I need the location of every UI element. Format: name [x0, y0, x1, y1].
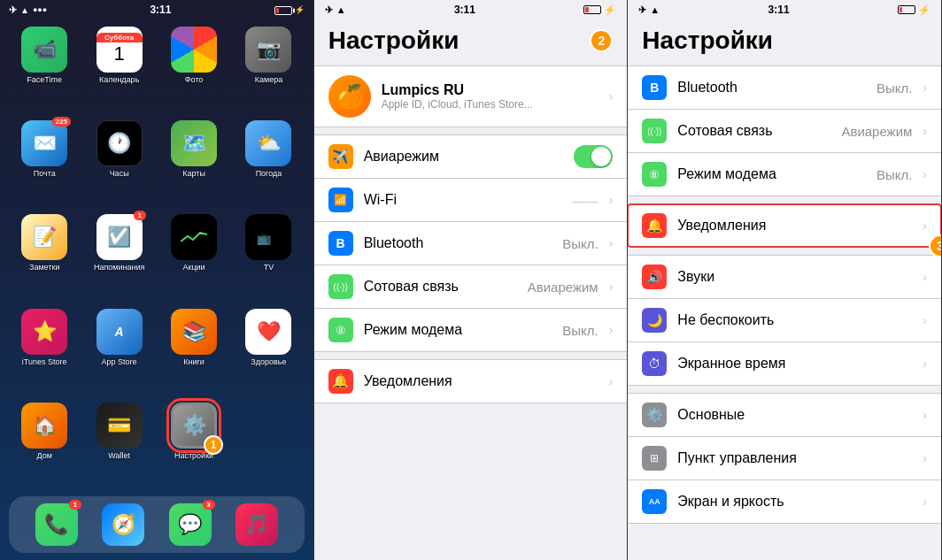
row-screentime-3[interactable]: ⏱ Экранное время ›	[628, 342, 941, 385]
label-wifi: Wi-Fi	[364, 192, 561, 208]
app-label-health: Здоровье	[251, 357, 286, 366]
row-general-3[interactable]: ⚙️ Основные ›	[628, 394, 941, 437]
app-notes[interactable]: 📝 Заметки	[11, 214, 78, 301]
panel-1-homescreen: ✈ ▲ ●●● 3:11 ⚡ 📹 FaceTime Суббота 1 Кале…	[0, 0, 314, 560]
app-books[interactable]: 📚 Книги	[160, 309, 228, 395]
icon-display-3: AA	[642, 489, 667, 514]
label-screentime-3: Экранное время	[677, 356, 912, 372]
app-camera[interactable]: 📷 Камера	[235, 27, 302, 113]
icon-modem-3: ⑧	[642, 162, 667, 187]
app-facetime[interactable]: 📹 FaceTime	[11, 27, 78, 113]
app-clock[interactable]: 🕐 Часы	[85, 120, 152, 207]
app-label-home: Дом	[37, 451, 52, 460]
row-airplane[interactable]: ✈️ Авиарежим	[314, 135, 628, 179]
chevron-controlcenter-3: ›	[923, 451, 927, 465]
profile-info: Lumpics RU Apple ID, iCloud, iTunes Stor…	[382, 82, 598, 111]
app-health[interactable]: ❤️ Здоровье	[235, 309, 302, 395]
label-modem-2: Режим модема	[364, 322, 552, 338]
row-cellular-3[interactable]: ((·)) Сотовая связь Авиарежим ›	[628, 110, 941, 153]
app-mail[interactable]: ✉️ 225 Почта	[11, 120, 78, 207]
row-notifications-2[interactable]: 🔔 Уведомления ›	[314, 360, 628, 403]
value-bluetooth-3: Выкл.	[876, 81, 912, 96]
chevron-modem-2: ›	[609, 323, 614, 337]
status-right-1: ⚡	[274, 4, 305, 15]
chevron-donotdisturb-3: ›	[923, 313, 927, 327]
app-icon-stocks	[171, 214, 217, 260]
dock-safari[interactable]: 🧭	[102, 503, 144, 546]
app-weather[interactable]: ⛅ Погода	[235, 120, 302, 207]
row-controlcenter-3[interactable]: ⊞ Пункт управления ›	[628, 437, 941, 480]
app-icon-settings: ⚙️ 1	[171, 403, 217, 449]
app-label-clock: Часы	[110, 169, 129, 178]
app-calendar[interactable]: Суббота 1 Календарь	[85, 27, 152, 113]
app-photos[interactable]: Фото	[160, 27, 228, 113]
dock-icon-phone: 📞 1	[35, 503, 78, 546]
app-wallet[interactable]: 💳 Wallet	[85, 403, 152, 489]
icon-notifications-2: 🔔	[328, 369, 353, 394]
badge-mail: 225	[52, 117, 71, 127]
app-label-stocks: Акции	[182, 263, 205, 272]
app-home[interactable]: 🏠 Дом	[11, 403, 78, 489]
app-icon-weather: ⛅	[245, 120, 291, 166]
app-reminders[interactable]: ☑️ 1 Напоминания	[85, 214, 152, 301]
dock-icon-music: 🎵	[236, 503, 278, 546]
chevron-modem-3: ›	[923, 167, 927, 181]
app-icon-tv: 📺	[245, 214, 291, 260]
value-bluetooth-2: Выкл.	[562, 236, 598, 251]
row-wifi[interactable]: 📶 Wi-Fi —— ›	[314, 179, 628, 222]
value-cellular-2: Авиарежим	[528, 280, 598, 295]
settings-group-3-misc: 🔊 Звуки › 🌙 Не беспокоить › ⏱ Экранное в…	[628, 255, 941, 386]
label-display-3: Экран и яркость	[677, 494, 912, 510]
row-modem-2[interactable]: ⑧ Режим модема Выкл. ›	[314, 309, 628, 351]
app-label-wallet: Wallet	[108, 451, 130, 460]
label-modem-3: Режим модема	[677, 166, 866, 182]
dock-phone[interactable]: 📞 1	[35, 503, 78, 546]
row-bluetooth-2[interactable]: B Bluetooth Выкл. ›	[314, 222, 628, 265]
battery-2	[583, 5, 601, 14]
dock-music[interactable]: 🎵	[236, 503, 278, 546]
row-donotdisturb-3[interactable]: 🌙 Не беспокоить ›	[628, 299, 941, 342]
airplane-icon-3: ✈	[638, 4, 646, 16]
signal-bars: ●●●	[33, 5, 47, 14]
row-display-3[interactable]: AA Экран и яркость ›	[628, 480, 941, 523]
icon-controlcenter-3: ⊞	[642, 446, 667, 471]
app-itunes[interactable]: ⭐ iTunes Store	[11, 309, 78, 395]
app-maps[interactable]: 🗺️ Карты	[160, 120, 228, 207]
app-stocks[interactable]: Акции	[160, 214, 228, 301]
app-icon-maps: 🗺️	[171, 120, 217, 166]
status-right-2: ⚡	[583, 4, 616, 16]
app-appstore[interactable]: A App Store	[85, 309, 152, 395]
chevron-notifications-3: ›	[923, 219, 927, 233]
chevron-sounds-3: ›	[923, 270, 927, 284]
app-icon-appstore: A	[97, 309, 143, 355]
battery-indicator	[274, 4, 292, 15]
app-icon-calendar: Суббота 1	[97, 27, 143, 73]
toggle-airplane[interactable]	[574, 145, 613, 168]
icon-cellular-2: ((·))	[328, 274, 353, 299]
icon-bluetooth-2: B	[328, 231, 353, 256]
value-cellular-3: Авиарежим	[841, 124, 912, 139]
panel-3-settings-detail: ✈ ▲ 3:11 ⚡ Настройки B Bluetooth Выкл. ›…	[628, 0, 942, 560]
app-icon-facetime: 📹	[21, 27, 67, 73]
wifi-icon-2: ▲	[336, 4, 346, 15]
profile-avatar: 🍊	[328, 75, 371, 118]
dock-messages[interactable]: 💬 3	[169, 503, 212, 546]
status-left-3: ✈ ▲	[638, 4, 660, 16]
profile-row[interactable]: 🍊 Lumpics RU Apple ID, iCloud, iTunes St…	[314, 66, 628, 127]
status-left-2: ✈ ▲	[325, 4, 346, 16]
icon-wifi: 📶	[328, 188, 353, 212]
settings-group-3-connectivity: B Bluetooth Выкл. › ((·)) Сотовая связь …	[628, 65, 941, 196]
calendar-day: 1	[113, 42, 124, 65]
row-notifications-3[interactable]: 🔔 Уведомления › 3	[628, 204, 941, 247]
row-sounds-3[interactable]: 🔊 Звуки ›	[628, 256, 941, 299]
value-modem-2: Выкл.	[562, 323, 598, 338]
row-bluetooth-3[interactable]: B Bluetooth Выкл. ›	[628, 66, 941, 110]
label-general-3: Основные	[677, 407, 912, 423]
app-icon-camera: 📷	[245, 27, 291, 73]
row-modem-3[interactable]: ⑧ Режим модема Выкл. ›	[628, 153, 941, 196]
app-icon-health: ❤️	[245, 309, 291, 355]
app-tv[interactable]: 📺 TV	[235, 214, 302, 301]
icon-cellular-3: ((·))	[642, 119, 667, 143]
row-cellular-2[interactable]: ((·)) Сотовая связь Авиарежим ›	[314, 265, 628, 309]
app-settings[interactable]: ⚙️ 1 Настройки	[160, 403, 228, 489]
